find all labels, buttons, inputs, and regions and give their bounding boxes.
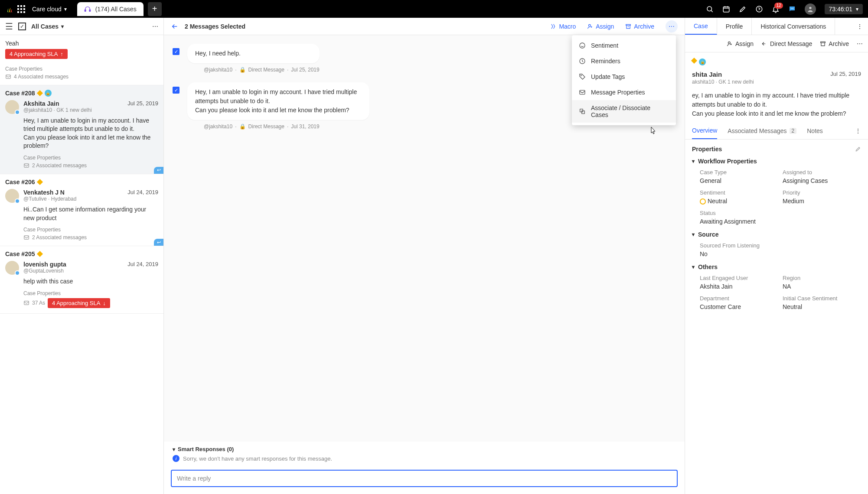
svg-rect-8 xyxy=(23,11,25,13)
message-checkbox[interactable]: ✓ xyxy=(173,87,179,94)
message-checkbox[interactable]: ✓ xyxy=(173,48,179,55)
detail-body[interactable]: 🔒 shita Jain akshita10 · GK 1 new delhi … xyxy=(685,52,868,494)
assign-button[interactable]: Assign xyxy=(587,23,614,30)
notifications-icon[interactable]: 12 xyxy=(772,5,780,13)
message-meta: @jakshita10 · 🔒 Direct Message · Jul 25,… xyxy=(204,67,320,73)
dropdown-reminders[interactable]: Reminders xyxy=(572,53,676,69)
group-header[interactable]: ▾Others xyxy=(692,263,861,270)
timer[interactable]: 73:46:01 ▾ xyxy=(825,4,863,14)
case-properties-link[interactable]: Case Properties xyxy=(23,227,158,233)
edit-icon[interactable] xyxy=(855,146,861,152)
properties-header: Properties xyxy=(692,146,861,153)
smart-responses-info: i Sorry, we don't have any smart respons… xyxy=(173,455,676,462)
detail-actions: Assign Direct Message Archive ⋯ xyxy=(685,35,868,52)
messages-actions: Macro Assign Archive ⋯ xyxy=(550,20,678,32)
svg-rect-31 xyxy=(821,42,826,42)
case-number: Case #206 xyxy=(5,179,158,185)
channel-dot-icon xyxy=(15,198,20,204)
tab-area: (174) All Cases + xyxy=(77,2,162,16)
svg-rect-0 xyxy=(17,5,19,7)
svg-rect-23 xyxy=(626,24,631,25)
tab-case[interactable]: Case xyxy=(685,18,717,35)
chat-icon[interactable] xyxy=(788,5,796,13)
clock-icon xyxy=(579,58,586,65)
prop-value: No xyxy=(692,250,861,257)
prop-label: Region xyxy=(783,275,861,281)
smart-responses-header[interactable]: ▾ Smart Responses (0) xyxy=(173,446,676,452)
reply-flag-icon: ↩ xyxy=(154,239,163,246)
detail-handle: akshita10 · GK 1 new delhi xyxy=(692,79,754,85)
prop-label: Sourced From Listening xyxy=(692,242,861,249)
workspace-selector[interactable]: Care cloud ▾ xyxy=(32,6,67,13)
help-icon[interactable] xyxy=(755,5,763,13)
case-item[interactable]: Case #206 Venkatesh J N @Tutulive · Hyde… xyxy=(0,174,163,246)
more-icon[interactable]: ⋯ xyxy=(152,23,158,30)
direct-message-button[interactable]: Direct Message xyxy=(761,40,812,47)
reply-input[interactable]: Write a reply xyxy=(171,470,678,487)
macro-button[interactable]: Macro xyxy=(550,23,576,30)
dropdown-update-tags[interactable]: Update Tags xyxy=(572,69,676,84)
prop-label: Initial Case Sentiment xyxy=(783,295,861,302)
tab-profile[interactable]: Profile xyxy=(717,18,752,35)
archive-button[interactable]: Archive xyxy=(625,23,654,30)
more-actions-dropdown: Sentiment Reminders Update Tags Message … xyxy=(572,35,676,125)
case-item[interactable]: Yeah 4 Approaching SLA↑ Case Properties … xyxy=(0,35,163,85)
case-item[interactable]: Case #205 lovenish gupta @GuptaLovenish … xyxy=(0,246,163,314)
detail-subtabs: Overview Associated Messages 2 Notes ⋮ xyxy=(685,123,868,140)
others-group: ▾Others Last Engaged UserAkshita Jain Re… xyxy=(692,263,861,310)
subtab-overview[interactable]: Overview xyxy=(692,123,717,139)
sla-badge: 4 Approaching SLA↑ xyxy=(5,49,68,59)
subtab-notes[interactable]: Notes xyxy=(807,123,823,139)
svg-point-11 xyxy=(707,6,712,11)
lock-icon: 🔒 xyxy=(699,58,706,65)
tab-historical[interactable]: Historical Conversations xyxy=(752,18,835,35)
select-all-checkbox[interactable]: ✓ xyxy=(18,23,26,30)
dropdown-associate-cases[interactable]: Associate / Dissociate Cases xyxy=(572,100,676,123)
more-icon[interactable]: ⋮ xyxy=(855,127,861,134)
subtab-associated-messages[interactable]: Associated Messages 2 xyxy=(728,123,796,139)
prop-label: Priority xyxy=(783,189,861,196)
cases-title[interactable]: All Cases ▾ xyxy=(31,23,64,30)
sla-badge: 4 Approaching SLA↓ xyxy=(48,298,110,308)
add-tab-button[interactable]: + xyxy=(148,2,162,16)
svg-rect-6 xyxy=(17,11,19,13)
user-avatar xyxy=(5,189,19,203)
edit-icon[interactable] xyxy=(739,5,747,13)
prop-value: NA xyxy=(783,283,861,290)
menu-icon[interactable]: ☰ xyxy=(5,21,13,32)
case-item[interactable]: Case #208🔒 Akshita Jain @jakshita10 · GK… xyxy=(0,85,163,174)
svg-point-17 xyxy=(809,6,811,9)
back-button[interactable] xyxy=(171,23,179,30)
detail-summary: 🔒 shita Jain akshita10 · GK 1 new delhi … xyxy=(685,52,868,123)
svg-rect-7 xyxy=(20,11,22,13)
messages-header: 2 Messages Selected Macro Assign Archive… xyxy=(164,18,685,35)
main: ☰ ✓ All Cases ▾ ⋯ Yeah 4 Approaching SLA… xyxy=(0,18,868,494)
case-properties-link[interactable]: Case Properties xyxy=(23,290,158,296)
more-icon[interactable]: ⋮ xyxy=(852,23,868,30)
cases-column: ☰ ✓ All Cases ▾ ⋯ Yeah 4 Approaching SLA… xyxy=(0,18,164,494)
dropdown-sentiment[interactable]: Sentiment xyxy=(572,38,676,53)
more-actions-button[interactable]: ⋯ xyxy=(666,20,678,32)
dropdown-message-properties[interactable]: Message Properties xyxy=(572,84,676,100)
svg-rect-1 xyxy=(20,5,22,7)
notif-badge: 12 xyxy=(774,3,783,9)
case-text: Yeah xyxy=(5,39,158,48)
case-properties-link[interactable]: Case Properties xyxy=(5,66,158,72)
apps-grid-icon[interactable] xyxy=(17,5,25,13)
case-properties-link[interactable]: Case Properties xyxy=(23,155,158,161)
case-date: Jul 24, 2019 xyxy=(127,189,158,195)
group-header[interactable]: ▾Workflow Properties xyxy=(692,158,861,165)
case-list[interactable]: Yeah 4 Approaching SLA↑ Case Properties … xyxy=(0,35,163,494)
calendar-icon[interactable] xyxy=(722,5,730,13)
more-icon[interactable]: ⋯ xyxy=(857,40,863,47)
app-logo xyxy=(5,5,14,13)
case-assoc: 37 As 4 Approaching SLA↓ xyxy=(23,298,158,308)
assign-button[interactable]: Assign xyxy=(727,40,754,47)
archive-button[interactable]: Archive xyxy=(820,40,849,47)
user-avatar[interactable] xyxy=(805,3,816,15)
tab-all-cases[interactable]: (174) All Cases xyxy=(77,2,144,16)
workflow-properties-group: ▾Workflow Properties Case TypeGeneral As… xyxy=(692,158,861,225)
group-header[interactable]: ▾Source xyxy=(692,231,861,238)
svg-point-22 xyxy=(589,24,591,26)
search-icon[interactable] xyxy=(706,5,714,13)
